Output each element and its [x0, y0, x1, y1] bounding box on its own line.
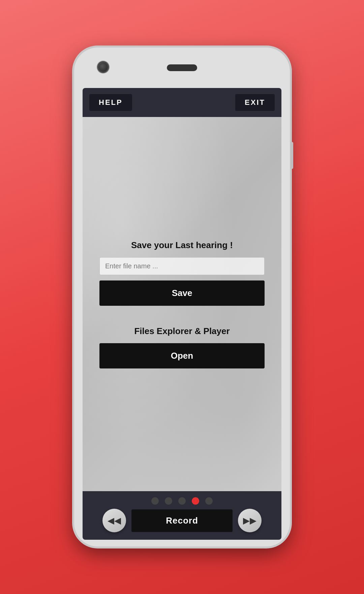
save-section: Save your Last hearing ! Save — [99, 240, 265, 306]
side-button — [291, 142, 293, 169]
save-button[interactable]: Save — [99, 280, 265, 306]
files-section-title: Files Explorer & Player — [134, 326, 230, 336]
dot-3 — [178, 497, 186, 505]
rewind-button[interactable]: ◀◀ — [102, 509, 126, 532]
open-button[interactable]: Open — [99, 343, 265, 368]
camera-icon — [98, 62, 108, 72]
screen-header: HELP EXIT — [83, 88, 281, 117]
dot-1 — [151, 497, 159, 505]
nav-controls: ◀◀ Record ▶▶ — [89, 509, 275, 532]
dot-4-active — [192, 497, 199, 505]
speaker-icon — [167, 64, 197, 71]
record-button[interactable]: Record — [131, 509, 233, 532]
phone-top — [74, 48, 290, 88]
fast-forward-button[interactable]: ▶▶ — [238, 509, 262, 532]
phone-device: HELP EXIT Save your Last hearing ! Save … — [74, 48, 290, 546]
exit-button[interactable]: EXIT — [235, 94, 275, 111]
phone-screen: HELP EXIT Save your Last hearing ! Save … — [83, 88, 281, 540]
file-name-input[interactable] — [99, 257, 265, 275]
dot-5 — [205, 497, 213, 505]
forward-icon: ▶▶ — [243, 515, 256, 526]
screen-content: Save your Last hearing ! Save Files Expl… — [83, 117, 281, 491]
help-button[interactable]: HELP — [89, 94, 132, 111]
save-section-title: Save your Last hearing ! — [131, 240, 233, 250]
files-section: Files Explorer & Player Open — [99, 326, 265, 368]
rewind-icon: ◀◀ — [108, 515, 121, 526]
page-dots — [151, 497, 213, 505]
screen-bottom-nav: ◀◀ Record ▶▶ — [83, 491, 281, 540]
dot-2 — [165, 497, 172, 505]
